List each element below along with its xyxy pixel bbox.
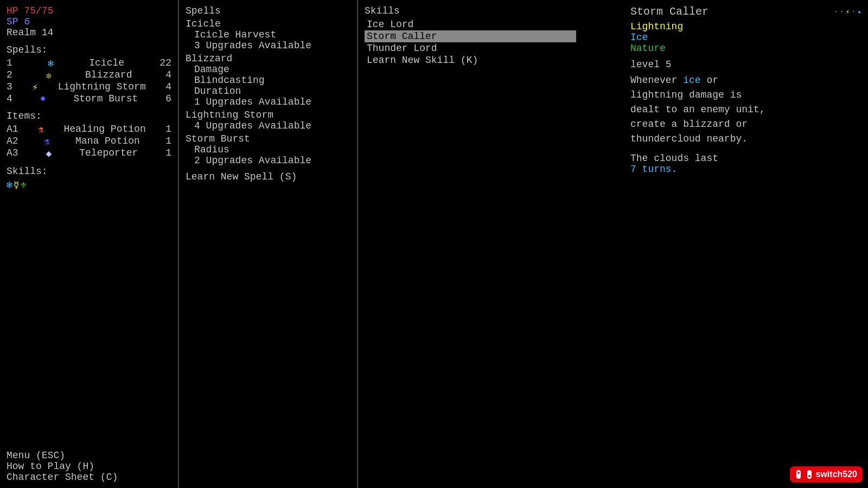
switch-badge-text: switch520 [816, 470, 857, 479]
spell-storm-burst-name: Storm Burst [186, 133, 350, 144]
skills-panel-header: Skills [365, 5, 617, 16]
spell-row-4[interactable]: 4 ●Storm Burst 6 [7, 93, 171, 104]
skill-icon-lightning: ☿ [14, 179, 20, 191]
item-2-count: 1 [165, 136, 171, 147]
dot-icon-2: · [840, 8, 844, 16]
items-list: A1 ⚗Healing Potion 1 A2 ⚗Mana Potion 1 A… [7, 124, 171, 159]
spell-storm-burst[interactable]: Storm Burst Radius 2 Upgrades Available [186, 133, 350, 166]
skills-header: Skills: [7, 166, 171, 177]
item-2-icon: ⚗ [44, 136, 50, 147]
spell-2-icon: ❊ [46, 69, 52, 81]
item-1-count: 1 [165, 124, 171, 136]
switch-logo-icon [795, 468, 813, 480]
skill-icon-ice: ❄ [7, 179, 12, 191]
spell-row-1[interactable]: 1 ❄Icicle 22 [7, 57, 171, 69]
spell-3-icon: ⚡ [32, 81, 38, 93]
skill-ice-lord[interactable]: Ice Lord [365, 18, 617, 30]
detail-type-nature: Nature [630, 43, 861, 54]
skill-thunder-lord[interactable]: Thunder Lord [365, 42, 617, 54]
spell-3-name: Lightning Storm [58, 81, 146, 93]
skill-icon-nature: ⚜ [21, 179, 27, 191]
lightning-icon: ⚡ [846, 8, 850, 16]
spell-icicle-upgrades: 3 Upgrades Available [186, 40, 350, 51]
spell-storm-burst-sub-radius[interactable]: Radius [186, 144, 350, 155]
spell-row-3[interactable]: 3 ⚡Lightning Storm 4 [7, 81, 171, 93]
menu-item-esc[interactable]: Menu (ESC) [7, 450, 118, 461]
skills-icons-row: ❄ ☿ ⚜ [7, 179, 171, 191]
spell-lightning-storm-upgrades: 4 Upgrades Available [186, 120, 350, 131]
extra-turns: 7 turns. [630, 164, 861, 175]
dot-icon-3: · [851, 8, 856, 16]
dot-icon-1: · [834, 8, 838, 16]
spell-icicle-sub[interactable]: Icicle Harvest [186, 29, 350, 40]
sp-label: SP [7, 16, 18, 27]
spell-lightning-storm[interactable]: Lightning Storm 4 Upgrades Available [186, 110, 350, 131]
spells-panel-header: Spells [186, 5, 350, 16]
svg-point-5 [808, 475, 810, 477]
spell-blizzard-sub-duration[interactable]: Duration [186, 86, 350, 97]
spell-icicle[interactable]: Icicle Icicle Harvest 3 Upgrades Availab… [186, 18, 350, 51]
item-3-name: Teleporter [79, 147, 138, 159]
spell-1-num: 1 [7, 57, 12, 69]
item-1-icon: ⚗ [38, 124, 44, 136]
desc-line6: thundercloud nearby. [630, 133, 748, 144]
spell-icicle-name: Icicle [186, 18, 350, 29]
menu-item-char[interactable]: Character Sheet (C) [7, 472, 118, 483]
dot-icon-4: ✦ [857, 8, 861, 16]
skills-panel: Skills Ice Lord Storm Caller Thunder Lor… [358, 0, 624, 488]
spell-blizzard-sub-damage[interactable]: Damage [186, 64, 350, 75]
desc-line4: dealt to an enemy unit, [630, 104, 765, 115]
spell-blizzard-upgrades: 1 Upgrades Available [186, 97, 350, 107]
spells-panel: Spells Icicle Icicle Harvest 3 Upgrades … [179, 0, 358, 488]
item-1-slot: A1 [7, 124, 18, 136]
spell-1-count: 22 [159, 57, 171, 69]
detail-extra: The clouds last 7 turns. [630, 153, 861, 175]
realm-label: Realm 14 [7, 27, 171, 38]
menu-footer: Menu (ESC) How to Play (H) Character She… [7, 450, 118, 483]
spell-2-count: 4 [165, 69, 171, 81]
detail-level: level 5 [630, 59, 861, 70]
desc-line5: create a blizzard or [630, 119, 748, 130]
learn-new-skill[interactable]: Learn New Skill (K) [365, 54, 617, 66]
skill-storm-caller[interactable]: Storm Caller [365, 30, 576, 42]
spell-blizzard-sub-blindcasting[interactable]: Blindcasting [186, 75, 350, 86]
sp-val: 6 [24, 16, 30, 27]
spell-lightning-storm-name: Lightning Storm [186, 110, 350, 120]
spell-4-count: 6 [165, 93, 171, 104]
menu-item-help[interactable]: How to Play (H) [7, 461, 118, 472]
spell-3-num: 3 [7, 81, 12, 93]
desc-prefix: Whenever [630, 75, 683, 86]
spell-4-name: Storm Burst [73, 93, 138, 104]
spells-list: 1 ❄Icicle 22 2 ❊Blizzard 4 3 ⚡Lightning … [7, 57, 171, 104]
sp-row: SP 6 [7, 16, 171, 27]
hp-value: 75/75 [24, 5, 53, 16]
hp-label: HP [7, 5, 18, 16]
svg-rect-3 [801, 470, 807, 479]
desc-ice: ice [683, 75, 700, 86]
item-row-1[interactable]: A1 ⚗Healing Potion 1 [7, 124, 171, 136]
spell-storm-burst-upgrades: 2 Upgrades Available [186, 155, 350, 166]
detail-panel: Storm Caller · · ⚡ · ✦ Lightning Ice Nat… [624, 0, 868, 488]
item-row-3[interactable]: A3 ◆Teleporter 1 [7, 147, 171, 159]
learn-new-spell[interactable]: Learn New Spell (S) [186, 171, 350, 182]
detail-title: Storm Caller [630, 5, 709, 18]
item-2-name: Mana Potion [75, 136, 140, 147]
detail-icon-cluster: · · ⚡ · ✦ [834, 8, 861, 16]
spell-2-name: Blizzard [85, 69, 132, 81]
spell-row-2[interactable]: 2 ❊Blizzard 4 [7, 69, 171, 81]
detail-type-ice: Ice [630, 32, 861, 43]
spell-blizzard[interactable]: Blizzard Damage Blindcasting Duration 1 … [186, 53, 350, 107]
spell-blizzard-name: Blizzard [186, 53, 350, 64]
item-3-slot: A3 [7, 147, 18, 159]
item-1-name: Healing Potion [63, 124, 145, 136]
item-2-slot: A2 [7, 136, 18, 147]
svg-rect-2 [807, 470, 812, 479]
item-3-icon: ◆ [46, 147, 52, 159]
left-panel: HP 75/75 SP 6 Realm 14 Spells: 1 ❄Icicle… [0, 0, 179, 488]
hp-row: HP 75/75 [7, 5, 171, 16]
item-row-2[interactable]: A2 ⚗Mana Potion 1 [7, 136, 171, 147]
spell-2-num: 2 [7, 69, 12, 81]
item-3-count: 1 [165, 147, 171, 159]
svg-rect-1 [796, 470, 801, 479]
items-header: Items: [7, 111, 171, 121]
